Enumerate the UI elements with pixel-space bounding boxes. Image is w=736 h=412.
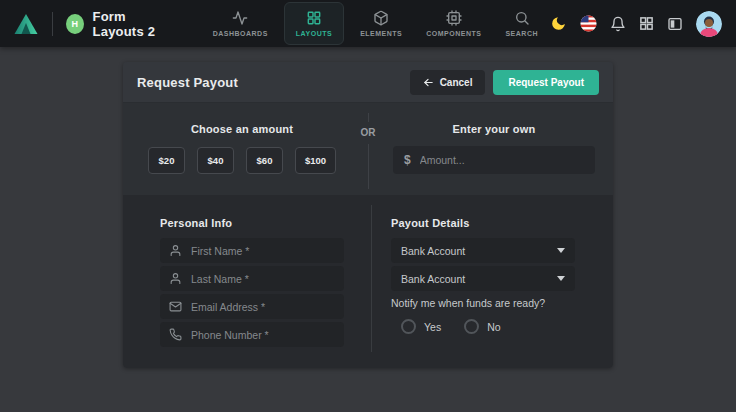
search-icon — [514, 10, 530, 26]
enter-own-heading: Enter your own — [393, 123, 595, 135]
qr-grid-icon — [639, 16, 654, 31]
preset-amount-row: $20 $40 $60 $100 — [141, 147, 343, 174]
radio-label: No — [487, 321, 500, 333]
amount-input[interactable] — [420, 154, 584, 166]
nav-item-layouts[interactable]: LAYOUTS — [284, 2, 344, 45]
cube-icon — [373, 10, 389, 26]
bank-account-select-2[interactable]: Bank Account — [391, 266, 575, 291]
main-nav: DASHBOARDS LAYOUTS ELEMENTS — [201, 2, 550, 45]
payout-details-heading: Payout Details — [391, 217, 575, 229]
preset-amount-40-button[interactable]: $40 — [197, 147, 234, 174]
cancel-button[interactable]: Cancel — [410, 70, 486, 95]
nav-item-search[interactable]: SEARCH — [493, 2, 550, 45]
or-divider: OR — [361, 103, 375, 195]
phone-input[interactable] — [191, 329, 335, 341]
preset-amount-100-button[interactable]: $100 — [295, 147, 336, 174]
radio-circle-icon — [401, 319, 416, 334]
top-navbar: H Form Layouts 2 DASHBOARDS LAYOUTS E — [0, 0, 736, 47]
nav-label: ELEMENTS — [360, 30, 402, 37]
email-field-wrap — [160, 294, 344, 319]
first-name-input[interactable] — [191, 245, 335, 257]
sidebar-toggle-icon — [667, 16, 683, 32]
personal-info-column: Personal Info — [123, 217, 371, 348]
apps-menu-button[interactable] — [639, 16, 654, 31]
dollar-icon: $ — [404, 153, 411, 167]
amount-input-wrap: $ — [393, 146, 595, 174]
nav-label: DASHBOARDS — [213, 30, 268, 37]
language-selector[interactable] — [580, 15, 597, 32]
nav-label: SEARCH — [505, 30, 538, 37]
phone-icon — [169, 328, 182, 341]
page-title: Form Layouts 2 — [93, 9, 181, 39]
first-name-field-wrap — [160, 238, 344, 263]
nav-item-dashboards[interactable]: DASHBOARDS — [201, 2, 280, 45]
chip-icon — [446, 10, 462, 26]
app-logo[interactable] — [13, 12, 39, 36]
email-input[interactable] — [191, 301, 335, 313]
preset-amount-60-button[interactable]: $60 — [246, 147, 283, 174]
back-arrow-icon — [423, 77, 434, 88]
nav-label: LAYOUTS — [296, 30, 332, 37]
select-value: Bank Account — [401, 245, 465, 257]
enter-own-group: Enter your own $ — [375, 103, 613, 195]
activity-icon — [232, 10, 248, 26]
or-label: OR — [361, 122, 376, 144]
email-icon — [169, 300, 182, 313]
divider-line — [368, 144, 369, 189]
radio-label: Yes — [424, 321, 441, 333]
last-name-input[interactable] — [191, 273, 335, 285]
choose-amount-heading: Choose an amount — [141, 123, 343, 135]
theme-toggle-button[interactable] — [550, 15, 567, 32]
triangle-logo-icon — [13, 12, 39, 36]
phone-field-wrap — [160, 322, 344, 347]
header-actions: Cancel Request Payout — [410, 70, 599, 95]
notifications-button[interactable] — [610, 16, 626, 32]
select-value: Bank Account — [401, 273, 465, 285]
chevron-down-icon — [557, 248, 565, 253]
nav-label: COMPONENTS — [426, 30, 481, 37]
moon-icon — [550, 15, 567, 32]
bank-account-select-1[interactable]: Bank Account — [391, 238, 575, 263]
workspace-badge[interactable]: H — [66, 14, 84, 34]
page-content: Request Payout Cancel Request Payout Cho… — [0, 62, 736, 368]
form-section: Personal Info — [123, 195, 613, 368]
choose-amount-group: Choose an amount $20 $40 $60 $100 — [123, 103, 361, 195]
nav-item-components[interactable]: COMPONENTS — [414, 2, 493, 45]
person-icon — [169, 244, 182, 257]
chevron-down-icon — [557, 276, 565, 281]
request-payout-button[interactable]: Request Payout — [493, 70, 599, 95]
request-payout-button-label: Request Payout — [508, 77, 584, 88]
navbar-actions — [550, 11, 722, 37]
notify-question: Notify me when funds are ready? — [391, 297, 575, 309]
request-payout-card: Request Payout Cancel Request Payout Cho… — [123, 62, 613, 368]
amount-section: Choose an amount $20 $40 $60 $100 OR Ent… — [123, 103, 613, 195]
last-name-field-wrap — [160, 266, 344, 291]
bell-icon — [610, 16, 626, 32]
payout-details-column: Payout Details Bank Account Bank Account… — [372, 217, 613, 348]
card-header: Request Payout Cancel Request Payout — [123, 62, 613, 103]
person-icon — [169, 272, 182, 285]
preset-amount-20-button[interactable]: $20 — [148, 147, 185, 174]
user-avatar[interactable] — [696, 11, 722, 37]
sidebar-toggle-button[interactable] — [667, 16, 683, 32]
avatar-image — [696, 11, 722, 37]
nav-item-elements[interactable]: ELEMENTS — [348, 2, 414, 45]
radio-option-no[interactable]: No — [464, 319, 500, 334]
radio-option-yes[interactable]: Yes — [401, 319, 441, 334]
card-title: Request Payout — [137, 75, 238, 90]
personal-info-heading: Personal Info — [160, 217, 344, 229]
cancel-button-label: Cancel — [440, 77, 473, 88]
navbar-divider — [52, 12, 53, 36]
radio-circle-icon — [464, 319, 479, 334]
grid-icon — [306, 10, 322, 26]
us-flag-icon — [580, 15, 597, 32]
divider-line — [368, 113, 369, 122]
notify-radio-group: Yes No — [391, 319, 575, 334]
